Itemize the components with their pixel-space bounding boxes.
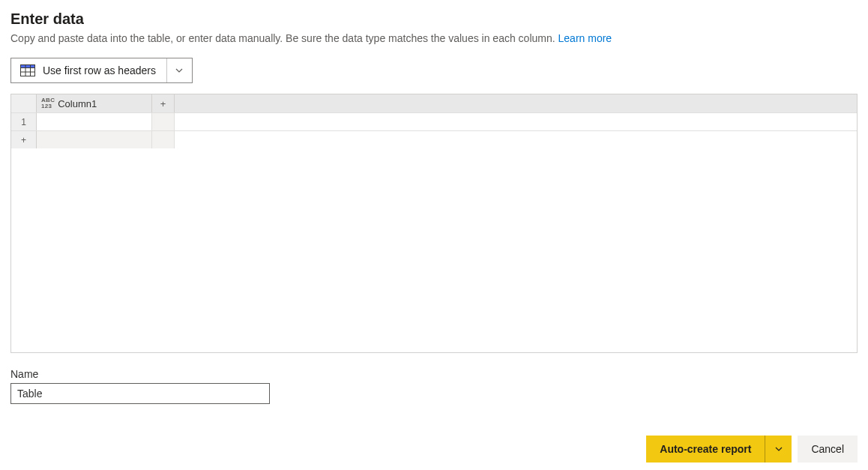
learn-more-link[interactable]: Learn more [558,32,612,44]
page-subtitle: Copy and paste data into the table, or e… [10,32,858,44]
chevron-down-icon [175,66,184,75]
chevron-down-icon [774,445,783,454]
column-name: Column1 [58,98,97,109]
grid-header-row: ABC 123 Column1 + [11,94,857,112]
use-first-row-headers-label: Use first row as headers [43,64,166,76]
row-spacer [152,113,175,130]
grid-corner [11,94,37,112]
row-number[interactable]: 1 [11,113,37,130]
name-label: Name [10,368,858,380]
add-row-button[interactable]: + [11,131,37,148]
table-icon [11,64,43,76]
use-first-row-headers-button[interactable]: Use first row as headers [10,58,193,83]
page-title: Enter data [10,10,858,28]
name-input[interactable] [10,383,270,404]
add-row-cell [37,131,152,148]
add-column-button[interactable]: + [152,94,175,112]
add-row: + [11,130,857,148]
auto-create-report-split-button: Auto-create report [646,436,792,463]
name-section: Name [10,368,858,404]
footer-actions: Auto-create report Cancel [646,436,858,463]
grid-row: 1 [11,112,857,130]
auto-create-report-button[interactable]: Auto-create report [646,436,765,463]
data-type-icon: ABC 123 [41,97,55,109]
headers-dropdown-chevron[interactable] [166,58,192,82]
header-spacer [175,94,857,112]
auto-create-report-dropdown[interactable] [765,436,792,463]
subtitle-text: Copy and paste data into the table, or e… [10,32,558,44]
data-grid[interactable]: ABC 123 Column1 + 1 + [10,94,858,353]
grid-cell[interactable] [37,113,152,130]
cancel-button[interactable]: Cancel [798,436,858,463]
column-header-1[interactable]: ABC 123 Column1 [37,94,152,112]
add-row-spacer [152,131,175,148]
svg-rect-1 [21,65,35,68]
